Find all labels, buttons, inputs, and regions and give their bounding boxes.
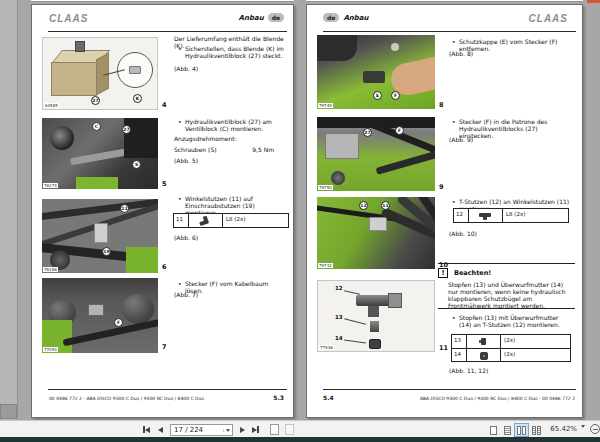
section-title: Anbau: [343, 14, 368, 22]
continuous-layout-button[interactable]: [501, 424, 514, 436]
zoom-out-button[interactable]: [590, 424, 600, 434]
callout-label: 12: [335, 285, 343, 291]
figure-number: 9: [439, 183, 444, 191]
callout-label: E: [373, 91, 382, 100]
photo-code: 63585: [44, 103, 59, 108]
fitting-spec-table: 12 L8 (2x): [453, 208, 569, 223]
panel-handle[interactable]: [0, 404, 17, 419]
attention-icon: !: [438, 268, 448, 278]
callout-label: 13: [335, 314, 343, 320]
callout-label: 27: [122, 125, 131, 134]
page-dropdown-arrow[interactable]: [223, 429, 232, 432]
fitting-spec: (2x): [501, 349, 570, 361]
previous-page-button[interactable]: [158, 425, 163, 434]
photo-code: 77936: [319, 345, 334, 350]
dome-art: [122, 294, 154, 324]
next-page-button[interactable]: [240, 425, 245, 434]
elbow-fitting-icon: [189, 214, 223, 227]
fitting-spec: L8 (2x): [503, 209, 568, 222]
navigation-panel-edge[interactable]: [0, 0, 18, 420]
callout-label: C: [92, 122, 101, 131]
language-badge: de: [268, 13, 284, 22]
last-page-button[interactable]: [252, 425, 259, 434]
zoom-level-value[interactable]: 65.42%: [542, 425, 577, 433]
fitting-spec-table: 11 L8 (2x): [173, 213, 289, 228]
photo-code: 76174: [43, 183, 58, 188]
page-number-field[interactable]: 17 / 224: [170, 424, 233, 436]
footer-page-number: 5.3: [273, 394, 284, 401]
bolt-art: [391, 43, 399, 51]
footer-document-id: 00 0486 772 2 - ABA DISCO 9300 C Duo / 9…: [49, 396, 204, 401]
facing-pages-layout-button[interactable]: [515, 424, 528, 436]
valve-block-front-face: [51, 62, 97, 96]
union-nut-icon: [467, 349, 501, 361]
footer-page-number: 5.4: [323, 394, 334, 401]
instruction-step: Sicherstellen, dass Blende (K) im Hydrau…: [177, 45, 287, 59]
figure-number: 7: [162, 343, 167, 351]
figure-5-photo: C 27 S 76174: [42, 118, 158, 189]
hose-art: [62, 317, 158, 347]
footer-document-id: ABA DISCO 9300 C Duo / 9300 RC Duo / 840…: [420, 396, 575, 401]
notice-bottom-rule: [438, 308, 575, 309]
torque-item: Schrauben (S): [174, 146, 217, 153]
fitting-position: 13: [452, 335, 467, 348]
bolt-art: [331, 171, 345, 185]
tee-fitting-art: [356, 295, 390, 306]
notice-title: Beachten!: [454, 269, 491, 277]
window-bottom-edge: [0, 437, 600, 442]
figure-reference: (Abb. 11, 12): [449, 367, 488, 374]
photo-code: 79732: [318, 263, 333, 268]
scroll-position-marker: [587, 0, 600, 3]
table-row: 12 L8 (2x): [454, 209, 568, 222]
first-page-button[interactable]: [143, 425, 150, 434]
knob-art: [50, 126, 74, 150]
figure-reference: (Abb. 9): [449, 136, 473, 143]
fitting-spec-table: 13 (2x) 14 (2x): [451, 334, 571, 362]
valve-plate-art: [325, 133, 359, 159]
notice-body: Stopfen (13) und Überwurfmutter (14) nur…: [448, 281, 572, 309]
figure-number: 5: [162, 180, 167, 188]
next-view-button[interactable]: [285, 424, 294, 435]
fitting-spec: L8 (2x): [223, 214, 288, 227]
union-nut-art: [388, 293, 402, 308]
figure-4-valve-block-illustration: 27 K 63585: [42, 37, 158, 110]
single-page-layout-button[interactable]: [487, 424, 500, 436]
table-row: 11 L8 (2x): [174, 214, 288, 227]
callout-label: F: [395, 126, 404, 135]
photo-code: 77093: [43, 347, 58, 352]
callout-label: 11: [381, 201, 390, 210]
instruction-step: Hydraulikventilblock (27) am Ventilblock…: [177, 118, 287, 132]
torque-row: Schrauben (S) 9,5 Nm: [174, 146, 274, 153]
connector-art: [363, 71, 385, 83]
header-left: de Anbau: [323, 13, 369, 22]
language-badge: de: [323, 13, 339, 22]
fitting-art: [369, 217, 387, 231]
green-frame-art: [126, 247, 158, 273]
previous-page-edge-right: [306, 0, 583, 2]
orifice-plug-art: [129, 66, 141, 74]
fitting-position: 12: [454, 209, 469, 222]
callout-label: 14: [335, 335, 343, 341]
notice-top-rule: [438, 263, 575, 264]
header-rule: [48, 31, 287, 32]
section-title: Anbau: [239, 14, 264, 22]
figure-9-photo: 27 F 79750: [317, 117, 435, 191]
pdf-viewer: CLAAS Anbau de 27 K 63585 4 C 27: [0, 0, 600, 442]
figure-8-photo: E F 79749: [317, 35, 435, 109]
previous-view-button[interactable]: [270, 424, 279, 435]
table-row: 13 (2x): [452, 335, 570, 348]
claas-logo: CLAAS: [49, 13, 88, 24]
leader-line: [344, 290, 360, 294]
fitting-position: 14: [452, 349, 467, 361]
figure-reference: (Abb. 7): [174, 291, 198, 298]
solenoid-art: [75, 41, 85, 52]
plug-icon: [467, 335, 501, 348]
callout-label: F: [114, 318, 123, 327]
connector-art: [88, 304, 104, 316]
page-number-value[interactable]: 17 / 224: [171, 426, 223, 434]
leader-line: [344, 339, 366, 343]
callout-label: F: [391, 91, 400, 100]
page-left: CLAAS Anbau de 27 K 63585 4 C 27: [31, 4, 294, 418]
photo-code: 79749: [318, 103, 333, 108]
callout-label: 19: [102, 247, 111, 256]
